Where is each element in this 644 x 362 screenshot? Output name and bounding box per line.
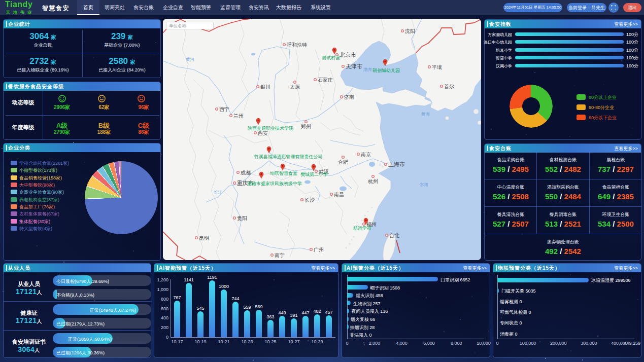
svg-text:东海: 东海: [420, 182, 429, 187]
svg-text:长沙: 长沙: [304, 197, 315, 203]
svg-text:石家庄: 石家庄: [318, 77, 333, 83]
svg-text:竹溪县福泽酒店管理有限责任公司: 竹溪县福泽酒店管理有限责任公司: [254, 154, 323, 159]
svg-text:渤海: 渤海: [363, 67, 372, 72]
svg-text:朝创城幼儿园: 朝创城幼儿园: [372, 68, 400, 73]
svg-text:贵阳: 贵阳: [237, 215, 247, 221]
svg-text:航运学校: 航运学校: [353, 226, 371, 231]
svg-text:测试村营: 测试村营: [321, 55, 340, 60]
svg-text:太原: 太原: [290, 84, 300, 90]
svg-text:黄海: 黄海: [421, 112, 430, 117]
svg-text:陕西交通职业技术学院: 陕西交通职业技术学院: [248, 126, 293, 131]
svg-text:北京市: 北京市: [339, 52, 356, 58]
svg-text:杭州: 杭州: [367, 178, 378, 184]
svg-text:天津市: 天津市: [346, 63, 362, 69]
svg-text:恩施市盛家坝民族初级中学: 恩施市盛家坝民族初级中学: [247, 181, 302, 186]
svg-text:首尔: 首尔: [444, 84, 454, 89]
svg-text:长江: 长江: [214, 190, 223, 195]
svg-text:南京: 南京: [361, 152, 371, 157]
svg-text:西安: 西安: [258, 130, 268, 136]
svg-text:成都: 成都: [241, 170, 251, 175]
svg-text:坤琪智慧食堂: 坤琪智慧食堂: [269, 171, 297, 176]
svg-text:银川: 银川: [260, 84, 270, 90]
svg-text:济南: 济南: [344, 94, 354, 100]
svg-text:呼和浩特: 呼和浩特: [287, 42, 307, 48]
svg-text:兰州: 兰州: [233, 113, 244, 119]
svg-text:樊城第二小学: 樊城第二小学: [300, 172, 328, 177]
svg-text:昆明: 昆明: [199, 235, 209, 241]
svg-text:广州: 广州: [314, 247, 324, 252]
svg-text:南宁: 南宁: [275, 252, 285, 258]
svg-text:黄河: 黄河: [185, 57, 195, 62]
svg-text:南昌: 南昌: [334, 192, 344, 197]
svg-text:合肥: 合肥: [338, 159, 348, 165]
svg-text:沈阳: 沈阳: [404, 28, 415, 34]
svg-text:台北: 台北: [389, 233, 400, 238]
svg-text:西宁: 西宁: [219, 106, 229, 112]
svg-text:上海市: 上海市: [388, 161, 405, 167]
svg-text:郑州: 郑州: [300, 124, 311, 129]
svg-text:平壤: 平壤: [432, 64, 442, 70]
